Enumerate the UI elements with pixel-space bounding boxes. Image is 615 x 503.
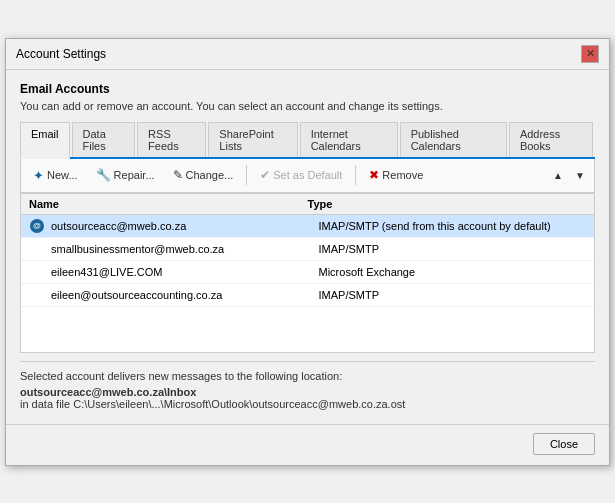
accounts-toolbar: ✦ New... 🔧 Repair... ✎ Change... ✔ Set a… [20, 159, 595, 193]
account-type: IMAP/SMTP [319, 243, 587, 255]
tab-email[interactable]: Email [20, 122, 70, 159]
account-type: IMAP/SMTP [319, 289, 587, 301]
account-icon [29, 287, 45, 303]
change-button[interactable]: ✎ Change... [165, 164, 242, 186]
dialog-body: Email Accounts You can add or remove an … [6, 70, 609, 424]
title-bar-close-button[interactable]: ✕ [581, 45, 599, 63]
toolbar-separator-1 [246, 165, 247, 185]
account-type: Microsoft Exchange [319, 266, 587, 278]
table-row[interactable]: @ outsourceacc@mweb.co.za IMAP/SMTP (sen… [21, 215, 594, 238]
remove-button[interactable]: ✖ Remove [361, 164, 431, 186]
account-icon [29, 241, 45, 257]
account-name: smallbusinessmentor@mweb.co.za [51, 243, 319, 255]
tab-sharepoint-lists[interactable]: SharePoint Lists [208, 122, 297, 157]
new-button[interactable]: ✦ New... [25, 164, 86, 187]
remove-icon: ✖ [369, 168, 379, 182]
tab-internet-calendars[interactable]: Internet Calendars [300, 122, 398, 157]
remove-button-label: Remove [382, 169, 423, 181]
table-row[interactable]: eileen431@LIVE.COM Microsoft Exchange [21, 261, 594, 284]
change-button-label: Change... [186, 169, 234, 181]
data-file-path: in data file C:\Users\eileen\...\Microso… [20, 398, 595, 410]
account-icon: @ [29, 218, 45, 234]
tab-data-files[interactable]: Data Files [72, 122, 136, 157]
move-down-button[interactable]: ▼ [570, 165, 590, 185]
account-name: eileen@outsourceaccounting.co.za [51, 289, 319, 301]
footer-info: Selected account delivers new messages t… [20, 361, 595, 414]
account-name: outsourceacc@mweb.co.za [51, 220, 319, 232]
repair-icon: 🔧 [96, 168, 111, 182]
col-type-header: Type [308, 198, 587, 210]
set-default-button-label: Set as Default [273, 169, 342, 181]
tab-bar: Email Data Files RSS Feeds SharePoint Li… [20, 122, 595, 159]
new-button-label: New... [47, 169, 78, 181]
section-desc: You can add or remove an account. You ca… [20, 100, 595, 112]
account-settings-dialog: Account Settings ✕ Email Accounts You ca… [5, 38, 610, 466]
col-name-header: Name [29, 198, 308, 210]
repair-button[interactable]: 🔧 Repair... [88, 164, 163, 186]
tab-address-books[interactable]: Address Books [509, 122, 593, 157]
dialog-title: Account Settings [16, 47, 106, 61]
dialog-footer: Close [6, 424, 609, 465]
set-default-button[interactable]: ✔ Set as Default [252, 164, 350, 186]
toolbar-separator-2 [355, 165, 356, 185]
repair-button-label: Repair... [114, 169, 155, 181]
title-bar: Account Settings ✕ [6, 39, 609, 70]
table-row[interactable]: smallbusinessmentor@mweb.co.za IMAP/SMTP [21, 238, 594, 261]
account-icon [29, 264, 45, 280]
new-icon: ✦ [33, 168, 44, 183]
move-up-button[interactable]: ▲ [548, 165, 568, 185]
tab-rss-feeds[interactable]: RSS Feeds [137, 122, 206, 157]
account-type: IMAP/SMTP (send from this account by def… [319, 220, 587, 232]
account-name: eileen431@LIVE.COM [51, 266, 319, 278]
section-title: Email Accounts [20, 82, 595, 96]
table-row[interactable]: eileen@outsourceaccounting.co.za IMAP/SM… [21, 284, 594, 307]
selected-account-inbox: outsourceacc@mweb.co.za\Inbox [20, 386, 595, 398]
tab-published-calendars[interactable]: Published Calendars [400, 122, 507, 157]
close-dialog-button[interactable]: Close [533, 433, 595, 455]
location-label: Selected account delivers new messages t… [20, 370, 595, 382]
accounts-table: Name Type @ outsourceacc@mweb.co.za IMAP… [20, 193, 595, 353]
change-icon: ✎ [173, 168, 183, 182]
set-default-icon: ✔ [260, 168, 270, 182]
table-header: Name Type [21, 194, 594, 215]
